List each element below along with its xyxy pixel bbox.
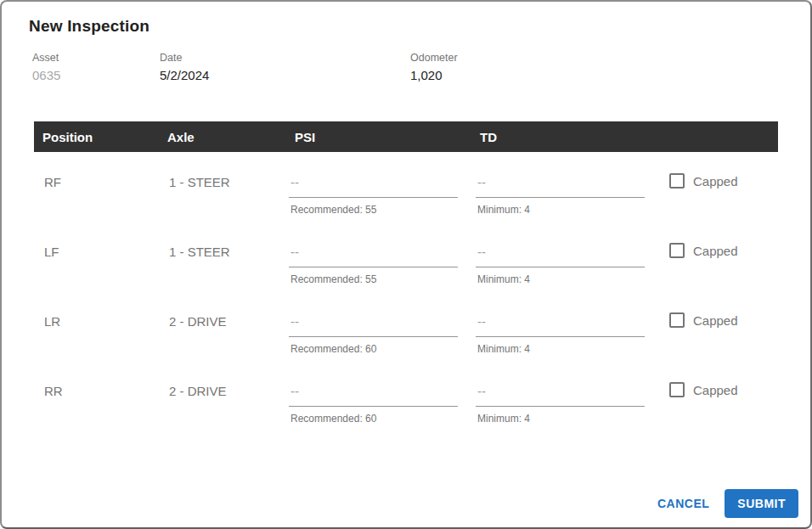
position-cell: RF	[42, 175, 167, 189]
capped-checkbox[interactable]: Capped	[669, 312, 778, 328]
td-hint: Minimum: 4	[476, 413, 645, 425]
capped-checkbox[interactable]: Capped	[669, 173, 778, 189]
table-row: RR 2 - DRIVE Recommended: 60 Minimum: 4 …	[34, 361, 778, 431]
new-inspection-dialog: New Inspection Asset 0635 Date 5/2/2024 …	[0, 0, 812, 529]
psi-input[interactable]	[289, 245, 458, 267]
psi-hint: Recommended: 55	[289, 204, 458, 216]
info-row: Asset 0635 Date 5/2/2024 Odometer 1,020	[2, 52, 810, 82]
odometer-label: Odometer	[410, 52, 458, 64]
dialog-title: New Inspection	[2, 2, 810, 36]
td-field: Minimum: 4	[476, 314, 645, 355]
psi-field: Recommended: 60	[289, 384, 458, 425]
psi-input[interactable]	[289, 175, 458, 198]
psi-hint: Recommended: 55	[289, 273, 458, 285]
td-field: Minimum: 4	[476, 175, 645, 216]
table-row: LR 2 - DRIVE Recommended: 60 Minimum: 4 …	[34, 291, 778, 361]
odometer-field[interactable]: Odometer 1,020	[410, 52, 458, 82]
header-position: Position	[42, 130, 167, 144]
td-hint: Minimum: 4	[476, 204, 645, 216]
submit-button[interactable]: SUBMIT	[725, 489, 798, 518]
asset-value: 0635	[32, 68, 160, 82]
cancel-button[interactable]: CANCEL	[649, 489, 718, 518]
td-hint: Minimum: 4	[476, 343, 645, 355]
psi-field: Recommended: 55	[289, 175, 458, 216]
checkbox-icon	[669, 243, 685, 258]
td-hint: Minimum: 4	[476, 273, 645, 285]
odometer-value[interactable]: 1,020	[410, 68, 458, 82]
psi-field: Recommended: 55	[289, 245, 458, 285]
asset-field: Asset 0635	[32, 52, 160, 82]
capped-label: Capped	[693, 244, 738, 258]
psi-hint: Recommended: 60	[289, 413, 458, 425]
psi-field: Recommended: 60	[289, 314, 458, 355]
date-label: Date	[160, 52, 410, 64]
psi-input[interactable]	[289, 384, 458, 407]
table-body: RF 1 - STEER Recommended: 55 Minimum: 4 …	[34, 152, 778, 431]
checkbox-icon	[669, 382, 685, 397]
psi-input[interactable]	[289, 314, 458, 337]
td-input[interactable]	[476, 384, 645, 407]
table-row: LF 1 - STEER Recommended: 55 Minimum: 4 …	[34, 222, 778, 291]
capped-checkbox[interactable]: Capped	[669, 243, 778, 258]
td-field: Minimum: 4	[476, 384, 645, 425]
td-field: Minimum: 4	[476, 245, 645, 285]
axle-cell: 1 - STEER	[167, 175, 289, 189]
psi-hint: Recommended: 60	[289, 343, 458, 355]
header-psi: PSI	[289, 130, 473, 144]
position-cell: LR	[42, 314, 167, 329]
header-axle: Axle	[167, 130, 289, 144]
header-td: TD	[473, 130, 669, 144]
position-cell: RR	[42, 384, 167, 398]
checkbox-icon	[669, 312, 685, 328]
position-cell: LF	[42, 245, 167, 259]
tire-table: Position Axle PSI TD RF 1 - STEER Recomm…	[34, 121, 778, 431]
axle-cell: 1 - STEER	[167, 245, 289, 259]
table-row: RF 1 - STEER Recommended: 55 Minimum: 4 …	[34, 152, 778, 222]
dialog-actions: CANCEL SUBMIT	[649, 489, 798, 518]
axle-cell: 2 - DRIVE	[167, 384, 289, 398]
axle-cell: 2 - DRIVE	[167, 314, 289, 329]
td-input[interactable]	[476, 245, 645, 267]
td-input[interactable]	[476, 175, 645, 198]
capped-label: Capped	[693, 174, 738, 189]
capped-label: Capped	[693, 383, 738, 397]
asset-label: Asset	[32, 52, 160, 64]
date-value[interactable]: 5/2/2024	[160, 68, 410, 82]
capped-label: Capped	[693, 313, 738, 328]
checkbox-icon	[669, 173, 685, 189]
table-header: Position Axle PSI TD	[34, 121, 778, 152]
td-input[interactable]	[476, 314, 645, 337]
date-field[interactable]: Date 5/2/2024	[160, 52, 410, 82]
capped-checkbox[interactable]: Capped	[669, 382, 778, 397]
